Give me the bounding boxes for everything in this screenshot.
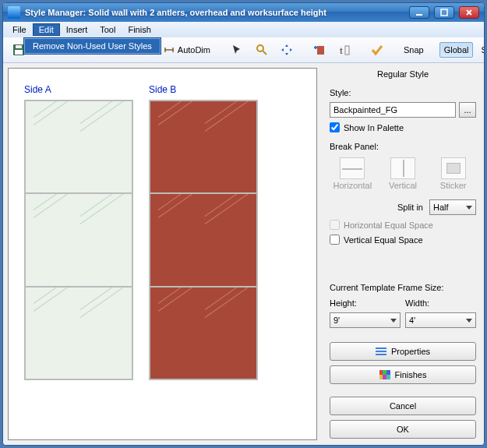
global-label: Global (444, 45, 469, 55)
finishes-btn-label: Finishes (395, 370, 427, 379)
side-b-group: Side B (149, 84, 258, 424)
style-button[interactable]: Style (476, 42, 485, 58)
show-in-palette-label: Show In Palette (344, 123, 404, 132)
height-value: 9' (333, 316, 340, 325)
pointer-button[interactable] (226, 41, 248, 59)
zoom-button[interactable] (251, 41, 273, 59)
svg-rect-4 (15, 50, 23, 55)
side-b-label: Side B (149, 84, 258, 95)
break-h-label: Horizontal (333, 181, 372, 190)
width-label: Width: (405, 298, 476, 308)
global-button[interactable]: Global (439, 42, 474, 58)
show-in-palette-input[interactable] (330, 122, 340, 132)
split-in-label: Split in (397, 203, 423, 212)
close-button[interactable] (459, 6, 479, 19)
content-area: Side A Side B Regular Style Style: (3, 63, 484, 445)
svg-rect-1 (441, 9, 447, 16)
text-icon: t (338, 44, 351, 56)
check-button[interactable] (366, 41, 388, 59)
chevron-down-icon (466, 319, 472, 323)
split-in-select[interactable]: Half (429, 199, 476, 215)
snap-label: Snap (404, 45, 424, 55)
svg-rect-3 (16, 45, 22, 48)
svg-point-5 (257, 45, 263, 51)
svg-rect-6 (317, 46, 324, 55)
v-equal-input[interactable] (330, 235, 340, 245)
add-panel-icon (313, 44, 326, 56)
menu-file[interactable]: File (6, 23, 33, 36)
style-browse-button[interactable]: ... (459, 102, 476, 118)
v-equal-label: Vertical Equal Space (344, 235, 423, 245)
cancel-button[interactable]: Cancel (330, 397, 476, 415)
add-panel-button[interactable] (309, 41, 330, 59)
check-icon (371, 44, 383, 56)
side-b-panel[interactable] (149, 100, 258, 380)
preview-canvas[interactable]: Side A Side B (8, 68, 317, 440)
style-input[interactable] (330, 102, 456, 118)
svg-text:t: t (340, 46, 343, 55)
menu-tool[interactable]: Tool (94, 23, 122, 36)
pointer-icon (231, 44, 243, 56)
side-a-label: Side A (24, 84, 133, 95)
maximize-button[interactable] (434, 6, 454, 19)
chevron-down-icon (466, 206, 472, 210)
panel-tile[interactable] (150, 194, 256, 285)
autodim-icon (163, 44, 175, 56)
break-s-label: Sticker (440, 181, 467, 190)
width-select[interactable]: 4' (405, 312, 476, 328)
chevron-down-icon (390, 319, 397, 323)
properties-btn-label: Properties (391, 347, 430, 356)
h-equal-input (330, 220, 340, 230)
side-a-panel[interactable] (24, 100, 133, 380)
panel-tile[interactable] (26, 287, 132, 379)
split-value: Half (433, 203, 449, 212)
panel-tile[interactable] (150, 101, 256, 192)
break-horizontal-icon (340, 157, 365, 179)
autodim-button[interactable]: AutoDim (158, 41, 215, 59)
break-horizontal-button[interactable]: Horizontal (330, 157, 376, 190)
h-equal-label: Horizontal Equal Space (344, 220, 433, 230)
break-sticker-button[interactable]: Sticker (430, 157, 476, 190)
menubar: File Edit Insert Tool Finish Remove Non-… (3, 22, 484, 37)
autodim-label: AutoDim (178, 45, 210, 55)
ok-button[interactable]: OK (330, 420, 476, 439)
menu-finish[interactable]: Finish (122, 23, 157, 36)
break-sticker-icon (441, 157, 466, 179)
pan-button[interactable] (276, 41, 298, 59)
properties-icon (376, 347, 386, 355)
snap-button[interactable]: Snap (399, 42, 429, 58)
window-title: Style Manager: Solid wall with 2 antlers… (25, 8, 404, 17)
menu-insert[interactable]: Insert (60, 23, 94, 36)
style-label: Style: (330, 88, 476, 97)
finishes-icon (379, 370, 390, 379)
panel-tile[interactable] (150, 287, 256, 379)
panel-tile[interactable] (26, 194, 132, 285)
show-in-palette-checkbox[interactable]: Show In Palette (330, 122, 476, 132)
finishes-button[interactable]: Finishes (330, 365, 476, 384)
menu-edit[interactable]: Edit (33, 23, 60, 36)
edit-dropdown: Remove Non-Used User Styles (23, 37, 161, 55)
panel-tile[interactable] (26, 101, 132, 192)
minimize-button[interactable] (409, 6, 429, 19)
ok-label: OK (397, 425, 409, 434)
break-vertical-icon (390, 157, 415, 179)
template-size-label: Current Template Frame Size: (330, 283, 476, 292)
svg-rect-8 (345, 46, 349, 55)
width-value: 4' (409, 316, 415, 325)
cancel-label: Cancel (390, 401, 416, 411)
style-label: Style (481, 45, 485, 55)
properties-button[interactable]: Properties (330, 342, 476, 361)
height-label: Height: (330, 298, 401, 308)
properties-panel: Regular Style Style: ... Show In Palette… (322, 63, 484, 445)
break-vertical-button[interactable]: Vertical (380, 157, 426, 190)
text-tool-button[interactable]: t (333, 41, 355, 59)
menu-remove-nonused-styles[interactable]: Remove Non-Used User Styles (24, 38, 161, 54)
h-equal-checkbox[interactable]: Horizontal Equal Space (330, 220, 476, 230)
side-a-group: Side A (24, 84, 133, 424)
height-select[interactable]: 9' (330, 312, 401, 328)
v-equal-checkbox[interactable]: Vertical Equal Space (330, 235, 476, 245)
pan-icon (281, 44, 293, 56)
style-manager-window: Style Manager: Solid wall with 2 antlers… (2, 2, 485, 446)
app-icon (8, 6, 20, 19)
break-v-label: Vertical (389, 181, 417, 190)
